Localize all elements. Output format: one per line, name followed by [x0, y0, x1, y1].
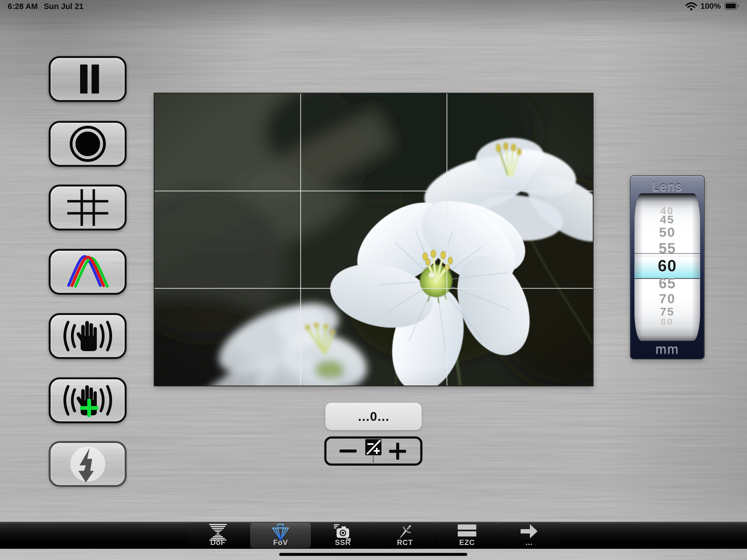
- status-date: Sun Jul 21: [44, 2, 83, 11]
- flash-button[interactable]: [49, 441, 127, 487]
- tab-label: RCT: [375, 538, 435, 547]
- lens-wheel[interactable]: 40 45 50 55 60 65 70 75 80: [634, 193, 700, 341]
- tab-label: EZC: [437, 538, 497, 547]
- minus-icon[interactable]: [340, 450, 357, 453]
- pause-button[interactable]: [49, 56, 127, 102]
- status-indicators: 100%: [685, 1, 740, 11]
- sword-icon: [395, 524, 414, 541]
- status-bar: 6:28 AM Sun Jul 21 100%: [0, 1, 747, 12]
- tab-fov-selected[interactable]: FoV: [250, 523, 311, 548]
- tab-label: …: [499, 538, 560, 547]
- lens-option[interactable]: 45: [634, 213, 700, 226]
- lens-option[interactable]: 75: [634, 305, 700, 318]
- pause-icon: [58, 58, 118, 100]
- tab-rct[interactable]: RCT: [375, 523, 435, 548]
- lens-option[interactable]: 70: [634, 291, 700, 306]
- battery-percent: 100%: [700, 2, 721, 11]
- field-of-view-icon: [271, 524, 290, 541]
- exposure-value: …0…: [357, 409, 390, 424]
- lens-option[interactable]: 65: [634, 275, 700, 291]
- exposure-value-display: …0…: [325, 403, 422, 430]
- stabilization-plus-button[interactable]: [49, 377, 127, 423]
- status-time-date: 6:28 AM Sun Jul 21: [8, 2, 83, 11]
- grid-overlay-button[interactable]: [49, 184, 127, 230]
- rgb-histogram-icon: [58, 251, 118, 292]
- exposure-stepper: [324, 436, 422, 466]
- grid-icon: [58, 187, 118, 228]
- bottom-toolbar: DoF FoV: [0, 522, 747, 549]
- equals-bars-icon: [458, 524, 476, 538]
- camera-app-screen: 6:28 AM Sun Jul 21 100%: [0, 0, 747, 560]
- lens-option[interactable]: 80: [634, 316, 700, 327]
- lens-picker-unit: mm: [630, 341, 704, 357]
- lens-picker: Lens 40 45 50 55 60 65 70 75 80 mm: [630, 176, 704, 359]
- lens-option-selected[interactable]: 60: [634, 256, 700, 275]
- exposure-compensation-icon: [365, 439, 381, 455]
- tab-ezc[interactable]: EZC: [437, 523, 497, 548]
- tab-dof[interactable]: DoF: [187, 523, 248, 548]
- flash-down-icon: [58, 443, 118, 485]
- thirds-grid-horizontal-line: [154, 288, 593, 289]
- thirds-grid-horizontal-line: [154, 190, 593, 192]
- flower-photo: [154, 94, 593, 385]
- lens-option[interactable]: 50: [634, 225, 700, 240]
- plus-icon[interactable]: [389, 443, 406, 460]
- wifi-icon: [685, 1, 697, 11]
- tab-ssr[interactable]: SSR: [312, 523, 373, 548]
- depth-of-field-icon: [208, 524, 228, 541]
- tab-label: FoV: [250, 538, 311, 547]
- shaking-hand-icon: [58, 315, 118, 357]
- shaking-hand-plus-icon: [58, 380, 118, 421]
- status-time: 6:28 AM: [8, 2, 38, 11]
- lens-picker-title: Lens: [630, 179, 704, 194]
- camera-shutter-icon: [333, 524, 353, 541]
- histogram-button[interactable]: [49, 249, 127, 295]
- battery-full-icon: [724, 2, 740, 10]
- stepper-stem: [373, 455, 374, 464]
- record-icon: [58, 123, 118, 164]
- tab-label: DoF: [187, 538, 248, 547]
- tab-label: SSR: [312, 538, 373, 547]
- thirds-grid-vertical-line: [446, 94, 447, 385]
- home-indicator[interactable]: [279, 553, 467, 556]
- thirds-grid-vertical-line: [300, 94, 301, 385]
- arrow-right-icon: [519, 524, 539, 539]
- lens-option[interactable]: 55: [634, 240, 700, 256]
- viewfinder-preview: [154, 94, 593, 385]
- tab-more[interactable]: …: [499, 523, 560, 548]
- record-button[interactable]: [49, 121, 127, 167]
- stabilization-button[interactable]: [49, 313, 127, 359]
